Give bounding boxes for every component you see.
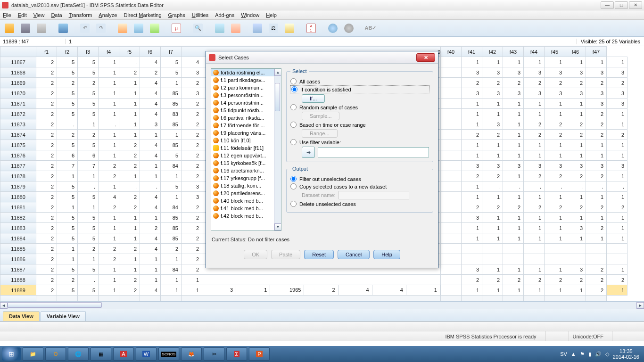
cell[interactable]: [441, 223, 462, 233]
cell[interactable]: .: [607, 181, 627, 192]
cell[interactable]: 1: [119, 78, 140, 88]
cell[interactable]: 1: [462, 223, 482, 233]
cell[interactable]: [482, 254, 503, 264]
cell[interactable]: 1: [57, 244, 78, 254]
cell[interactable]: 4: [140, 150, 161, 161]
cell[interactable]: 2: [57, 130, 78, 140]
cell[interactable]: 2: [182, 99, 202, 109]
cell[interactable]: 5: [78, 285, 99, 296]
varlist-thumb[interactable]: [275, 83, 280, 111]
cancel-button[interactable]: Cancel: [338, 250, 370, 259]
cell[interactable]: [441, 171, 462, 181]
cell[interactable]: .: [119, 57, 140, 67]
cell[interactable]: 1: [161, 275, 182, 285]
cell[interactable]: 2: [57, 275, 78, 285]
weight-cases-icon[interactable]: ⚖: [267, 22, 280, 35]
menu-edit[interactable]: Edit: [18, 12, 27, 18]
cell[interactable]: [441, 161, 462, 171]
cell[interactable]: 1: [565, 233, 586, 244]
col-f46[interactable]: f46: [565, 47, 586, 57]
cell[interactable]: 1: [545, 109, 565, 119]
cell[interactable]: 1: [57, 171, 78, 181]
cell[interactable]: 3: [140, 119, 161, 130]
cell[interactable]: 3: [586, 88, 607, 99]
variable-item[interactable]: f.20 partiledarens...: [211, 189, 281, 197]
cell[interactable]: .: [482, 181, 503, 192]
system-tray[interactable]: SV ▲ ⚑ ▮ 🔊 ◇ 13:35 2014-02-16: [560, 348, 642, 360]
cell[interactable]: 4: [140, 57, 161, 67]
cell[interactable]: [441, 213, 462, 223]
variable-item[interactable]: f.7 förtroende för ...: [211, 122, 281, 129]
cell[interactable]: 2: [586, 171, 607, 181]
tray-network-icon[interactable]: ◇: [605, 351, 609, 357]
cell[interactable]: 3: [545, 88, 565, 99]
cell[interactable]: 5: [78, 233, 99, 244]
cell[interactable]: 4: [99, 192, 119, 202]
move-variable-button[interactable]: ➔: [302, 147, 315, 158]
goto-case-icon[interactable]: [116, 22, 129, 35]
cell[interactable]: [586, 254, 607, 264]
cell[interactable]: 1: [99, 181, 119, 192]
cell[interactable]: 5: [57, 223, 78, 233]
cell[interactable]: [441, 99, 462, 109]
maximize-button[interactable]: ◻: [615, 1, 628, 9]
cell[interactable]: 1: [607, 233, 627, 244]
cell[interactable]: 1: [462, 233, 482, 244]
cell[interactable]: 1: [503, 119, 524, 130]
row-header[interactable]: 11888: [0, 275, 36, 285]
sets2-icon[interactable]: [342, 22, 355, 35]
cell[interactable]: [441, 192, 462, 202]
variable-list[interactable]: förtida röstning el...f.1 parti riksdags…: [211, 68, 281, 231]
cell[interactable]: 1: [119, 223, 140, 233]
cell[interactable]: 2: [119, 244, 140, 254]
cell[interactable]: 1: [503, 140, 524, 150]
cell[interactable]: 2: [586, 202, 607, 213]
cell[interactable]: [441, 202, 462, 213]
cell[interactable]: 3: [503, 161, 524, 171]
cell[interactable]: 1: [565, 99, 586, 109]
cell[interactable]: 2: [545, 78, 565, 88]
cell[interactable]: 1: [503, 109, 524, 119]
cell[interactable]: 2: [586, 78, 607, 88]
cell[interactable]: 2: [503, 275, 524, 285]
cell[interactable]: 1: [99, 130, 119, 140]
cell[interactable]: [607, 254, 627, 264]
cell[interactable]: 1: [140, 264, 161, 275]
cell[interactable]: 1: [503, 264, 524, 275]
cell[interactable]: 2: [36, 57, 57, 67]
cell[interactable]: 5: [161, 57, 182, 67]
ok-button[interactable]: OK: [244, 250, 267, 259]
cell[interactable]: 2: [182, 130, 202, 140]
minimize-button[interactable]: —: [601, 1, 614, 9]
cell[interactable]: 2: [99, 202, 119, 213]
cell[interactable]: 2: [182, 264, 202, 275]
cell[interactable]: 2: [462, 275, 482, 285]
cell[interactable]: 2: [565, 202, 586, 213]
cell[interactable]: 1: [57, 254, 78, 264]
cell[interactable]: 1: [565, 285, 586, 296]
cell[interactable]: 2: [36, 264, 57, 275]
cell[interactable]: 4: [182, 57, 202, 67]
cell[interactable]: 2: [119, 275, 140, 285]
cell[interactable]: 3: [524, 161, 545, 171]
cell[interactable]: 1: [565, 57, 586, 67]
cell[interactable]: [545, 254, 565, 264]
cell[interactable]: .: [524, 181, 545, 192]
cell[interactable]: 2: [36, 130, 57, 140]
cell[interactable]: 3: [462, 88, 482, 99]
cell[interactable]: 1: [586, 233, 607, 244]
cell[interactable]: 4: [140, 192, 161, 202]
row-header[interactable]: 11883: [0, 223, 36, 233]
cell[interactable]: 84: [161, 202, 182, 213]
cell[interactable]: 2: [503, 78, 524, 88]
cell[interactable]: 2: [524, 78, 545, 88]
cell[interactable]: 2: [586, 275, 607, 285]
cell[interactable]: 1: [140, 254, 161, 264]
taskbar-sonos-icon[interactable]: SONOS: [158, 347, 179, 361]
taskbar-explorer-icon[interactable]: 📁: [23, 347, 43, 361]
cell[interactable]: 2: [524, 202, 545, 213]
row-header[interactable]: 11889: [0, 285, 36, 296]
cell[interactable]: 1: [607, 192, 627, 202]
cell[interactable]: 1: [607, 109, 627, 119]
cell[interactable]: 5: [57, 192, 78, 202]
